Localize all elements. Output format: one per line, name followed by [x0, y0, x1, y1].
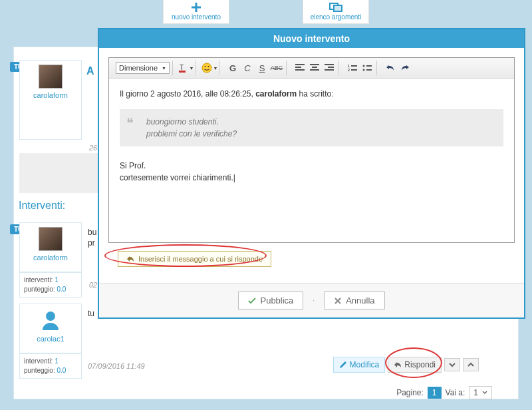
avatar: [39, 227, 63, 251]
publish-button[interactable]: Pubblica: [238, 292, 303, 309]
post-body-fragment: tu: [88, 309, 94, 318]
align-left-button[interactable]: [293, 61, 307, 75]
font-size-label: Dimensione: [119, 64, 158, 72]
user-stats: interventi: 1 punteggio: 0.0: [19, 353, 82, 379]
italic-button[interactable]: C: [241, 61, 254, 75]
quote-box: buongiorno studenti. problemi con le ver…: [120, 109, 503, 146]
cancel-button[interactable]: Annulla: [324, 292, 384, 309]
list-icon: [329, 3, 343, 12]
font-size-select[interactable]: Dimensione ▼: [116, 62, 170, 74]
post-timestamp: 02: [89, 281, 97, 289]
align-right-button[interactable]: [323, 61, 336, 75]
thread-title: A: [86, 65, 94, 77]
post-timestamp: 26: [89, 144, 97, 152]
nuovo-intervento-button[interactable]: nuovo intervento: [163, 0, 229, 24]
dropdown-triangle-icon: ▼: [213, 66, 218, 71]
ordered-list-button[interactable]: 12: [346, 61, 359, 75]
svg-rect-1: [334, 5, 342, 11]
page-current[interactable]: 1: [428, 387, 442, 399]
stat-value: 1: [55, 357, 59, 365]
strikethrough-button[interactable]: ABC: [270, 61, 283, 75]
pages-label: Pagine:: [396, 388, 424, 397]
align-right-icon: [325, 64, 334, 72]
quote-intro-prefix: Il giorno 2 agosto 2016, alle 08:26:25,: [120, 89, 255, 99]
user-link[interactable]: carolac1: [37, 335, 65, 343]
align-center-icon: [310, 64, 319, 72]
elenco-argomenti-button[interactable]: elenco argomenti: [303, 0, 369, 24]
svg-point-5: [202, 63, 211, 73]
quote-line: problemi con le verifiche?: [146, 128, 495, 140]
editor-body: Si Prof. cortesemente vorrei chiarimenti…: [120, 160, 503, 184]
unordered-list-button[interactable]: [360, 61, 374, 75]
modal-title: Nuovo intervento: [99, 29, 524, 48]
quote-intro-suffix: ha scritto:: [297, 89, 333, 99]
insert-quoted-message-button[interactable]: Inserisci il messaggio a cui si risponde: [118, 251, 271, 267]
stat-label: interventi:: [24, 276, 53, 284]
insert-quoted-message-label: Inserisci il messaggio a cui si risponde: [138, 255, 263, 263]
interventi-heading: Interventi:: [19, 200, 65, 212]
align-center-button[interactable]: [308, 61, 321, 75]
ol-icon: 12: [348, 64, 357, 72]
user-link[interactable]: carolaform: [33, 254, 68, 262]
publish-label: Pubblica: [260, 296, 293, 306]
editor: Dimensione ▼ T ▼ ▼ G C S ABC: [108, 57, 515, 243]
underline-button[interactable]: S: [255, 61, 269, 75]
collapse-up-button[interactable]: [463, 358, 479, 371]
reply-button[interactable]: Rispondi: [388, 357, 442, 373]
stat-label: punteggio:: [24, 367, 55, 374]
emoji-button[interactable]: ▼: [203, 61, 216, 75]
goto-select[interactable]: 1: [469, 386, 492, 399]
editor-line: cortesemente vorrei chiarimenti.: [120, 172, 503, 184]
expand-down-button[interactable]: [444, 358, 460, 371]
chevron-up-icon: [467, 361, 474, 368]
svg-rect-4: [179, 71, 186, 73]
svg-text:T: T: [180, 64, 184, 71]
dropdown-triangle-icon: ▼: [162, 66, 166, 71]
svg-text:2: 2: [348, 68, 350, 72]
post-body-fragment: bu: [88, 228, 96, 237]
undo-icon: [386, 64, 395, 72]
post-actions: Modifica Rispondi: [333, 357, 479, 373]
new-post-modal: Nuovo intervento Dimensione ▼ T ▼ ▼: [98, 28, 525, 319]
redo-button[interactable]: [398, 61, 412, 75]
quote-intro-author: carolaform: [255, 89, 297, 99]
user-link[interactable]: carolaform: [33, 91, 68, 99]
plus-icon: [189, 3, 203, 12]
user-card: carolaform: [19, 222, 82, 272]
ul-icon: [362, 64, 372, 72]
pencil-icon: [339, 361, 347, 369]
user-card: carolaform: [19, 60, 82, 140]
redo-icon: [400, 64, 410, 72]
avatar-generic-icon: [39, 308, 63, 332]
post-timestamp: 07/09/2016 11:49: [88, 362, 145, 370]
svg-point-6: [204, 66, 205, 67]
reply-arrow-icon: [126, 255, 134, 263]
post-body-fragment: pr: [88, 238, 95, 248]
stat-label: punteggio:: [24, 286, 55, 293]
stat-value: 0.0: [57, 367, 66, 374]
svg-point-10: [363, 65, 365, 67]
reply-arrow-icon: [394, 361, 402, 369]
nuovo-intervento-label: nuovo intervento: [172, 13, 221, 21]
text-color-button[interactable]: T ▼: [180, 61, 193, 75]
goto-value: 1: [473, 388, 478, 397]
user-stats: interventi: 1 punteggio: 0.0: [19, 272, 82, 298]
svg-point-2: [46, 311, 55, 321]
text-color-icon: T: [179, 63, 188, 73]
smiley-icon: [201, 63, 212, 73]
pager: Pagine: 1 Vai a: 1: [396, 386, 492, 399]
close-icon: [334, 297, 342, 305]
align-left-icon: [295, 64, 305, 72]
bold-button[interactable]: G: [226, 61, 239, 75]
editor-content[interactable]: Il giorno 2 agosto 2016, alle 08:26:25, …: [109, 79, 514, 242]
editor-toolbar: Dimensione ▼ T ▼ ▼ G C S ABC: [109, 58, 514, 79]
cancel-label: Annulla: [346, 296, 374, 306]
svg-point-11: [363, 69, 365, 71]
editor-line: Si Prof.: [120, 160, 503, 172]
modify-button[interactable]: Modifica: [333, 357, 386, 373]
check-icon: [248, 297, 256, 305]
stat-label: interventi:: [24, 357, 53, 365]
modify-label: Modifica: [350, 360, 380, 369]
undo-button[interactable]: [384, 61, 397, 75]
separator-dot: ·: [313, 297, 315, 304]
